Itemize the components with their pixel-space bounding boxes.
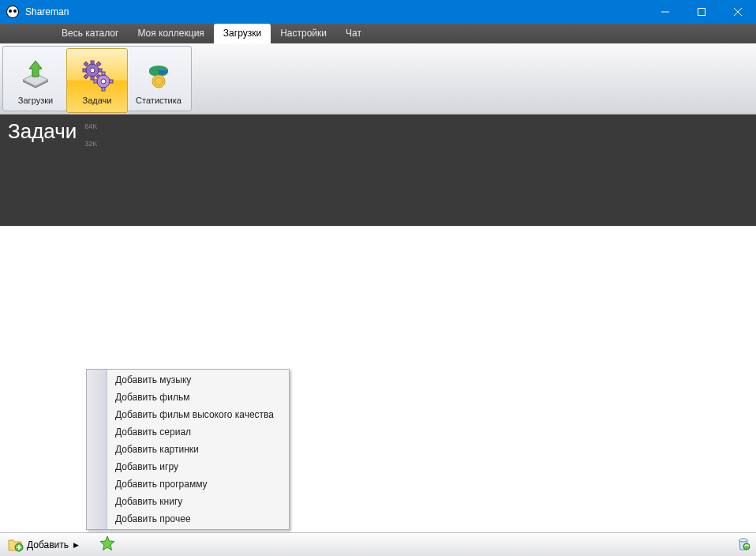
svg-rect-16	[102, 72, 105, 75]
svg-rect-19	[110, 80, 113, 83]
favorite-button[interactable]	[99, 535, 115, 554]
tab-collection[interactable]: Моя коллекция	[128, 24, 213, 43]
svg-rect-10	[84, 62, 88, 66]
tick-label: 64K	[84, 122, 97, 140]
ribbon-tasks-label: Задачи	[83, 96, 112, 105]
context-menu: Добавить музыку Добавить фильм Добавить …	[86, 369, 290, 530]
dropdown-arrow-icon: ▶	[73, 541, 79, 549]
stats-icon	[140, 56, 178, 94]
main-area: Добавить музыку Добавить фильм Добавить …	[0, 226, 756, 532]
menu-item-add-other[interactable]: Добавить прочее	[107, 510, 289, 528]
tab-chat[interactable]: Чат	[336, 24, 371, 43]
svg-point-5	[90, 68, 95, 73]
menu-item-add-program[interactable]: Добавить программу	[107, 475, 289, 493]
svg-rect-13	[84, 74, 88, 79]
menu-item-add-music[interactable]: Добавить музыку	[107, 371, 289, 389]
tab-catalog[interactable]: Весь каталог	[52, 24, 128, 43]
svg-rect-6	[91, 61, 94, 64]
menu-item-add-book[interactable]: Добавить книгу	[107, 493, 289, 510]
svg-point-15	[101, 79, 106, 84]
svg-point-25	[739, 539, 747, 542]
menu-item-add-pictures[interactable]: Добавить картинки	[107, 441, 289, 458]
ribbon-stats-label: Статистика	[136, 96, 182, 105]
app-icon	[6, 6, 19, 18]
svg-rect-9	[99, 69, 102, 72]
svg-point-26	[743, 543, 750, 550]
menu-item-add-film[interactable]: Добавить фильм	[107, 389, 289, 406]
menu-item-add-series[interactable]: Добавить сериал	[107, 423, 289, 441]
ribbon-stats[interactable]: Статистика	[128, 48, 189, 113]
menu-gutter	[87, 370, 107, 529]
tab-settings[interactable]: Настройки	[271, 24, 336, 43]
svg-point-20	[152, 75, 165, 88]
download-icon	[17, 56, 54, 94]
trash-button[interactable]	[735, 535, 751, 554]
star-icon	[99, 535, 115, 551]
chart-ticks: 64K 32K	[84, 115, 97, 226]
menu-item-add-game[interactable]: Добавить игру	[107, 458, 289, 475]
titlebar: Shareman	[0, 0, 756, 24]
statusbar: Добавить ▶	[0, 532, 756, 556]
add-button-label: Добавить	[27, 539, 69, 550]
svg-rect-8	[83, 69, 86, 72]
menu-item-add-hq-film[interactable]: Добавить фильм высокого качества	[107, 406, 289, 423]
folder-add-icon	[8, 538, 24, 552]
svg-rect-18	[94, 80, 97, 83]
add-button[interactable]: Добавить ▶	[5, 536, 82, 554]
window-title: Shareman	[25, 6, 647, 17]
trash-icon	[735, 535, 751, 551]
svg-rect-17	[102, 88, 105, 91]
minimize-button[interactable]	[647, 0, 683, 24]
maximize-button[interactable]	[683, 0, 720, 24]
svg-rect-12	[96, 62, 101, 66]
ribbon-tasks[interactable]: Задачи	[66, 48, 128, 113]
close-button[interactable]	[720, 0, 756, 24]
ribbon-group: Загрузки	[2, 46, 192, 111]
menubar: Весь каталог Моя коллекция Загрузки Наст…	[0, 24, 756, 43]
page-title: Задачи	[0, 115, 84, 226]
ribbon-downloads[interactable]: Загрузки	[5, 48, 66, 113]
svg-rect-7	[91, 77, 94, 80]
gears-icon	[78, 56, 116, 94]
ribbon-downloads-label: Загрузки	[18, 96, 53, 105]
header-area: Задачи 64K 32K	[0, 115, 756, 226]
svg-rect-1	[698, 9, 705, 16]
ribbon: Загрузки	[0, 43, 756, 115]
tab-downloads[interactable]: Загрузки	[214, 24, 271, 43]
tick-label: 32K	[84, 140, 97, 157]
